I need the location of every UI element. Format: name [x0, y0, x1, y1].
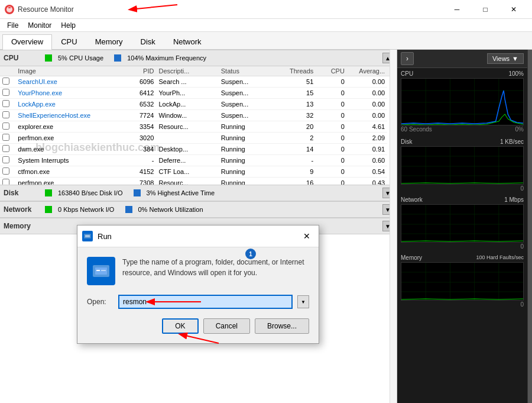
cpu-usage-indicator: 5% CPU Usage 104% Maximum Frequency	[45, 54, 382, 62]
col-header-status[interactable]: Status	[219, 66, 273, 76]
row-checkbox[interactable]	[2, 78, 9, 85]
views-dropdown-arrow: ▼	[512, 55, 518, 62]
row-check	[0, 155, 15, 166]
row-threads: 13	[273, 99, 316, 110]
row-check	[0, 178, 15, 185]
col-header-cpu[interactable]: CPU	[316, 66, 347, 76]
table-row: dwm.exe 384 Desktop... Running 14 0 0.91	[0, 144, 397, 155]
disk-title: Disk	[4, 189, 45, 197]
svg-rect-33	[85, 235, 90, 237]
row-checkbox[interactable]	[2, 134, 9, 141]
row-avg: 0.91	[347, 144, 387, 155]
row-pid: 7724	[118, 110, 157, 121]
left-scrollbar[interactable]	[390, 50, 397, 403]
row-image: perfmon.exe	[15, 178, 117, 185]
disk-graph-canvas	[401, 146, 524, 185]
expand-button[interactable]: ›	[401, 52, 414, 65]
row-pid: 6532	[118, 99, 157, 110]
input-wrapper	[118, 295, 293, 309]
table-row: perfmon.exe 7308 Resourc... Running 16 0…	[0, 178, 397, 185]
tab-overview[interactable]: Overview	[2, 34, 52, 50]
row-desc	[156, 133, 218, 144]
row-checkbox[interactable]	[2, 111, 9, 118]
run-input[interactable]	[118, 295, 293, 309]
col-header-check	[0, 66, 15, 76]
dropdown-arrow[interactable]: ▼	[297, 295, 309, 308]
minimize-button[interactable]: ─	[443, 0, 471, 19]
maximize-button[interactable]: □	[472, 0, 499, 19]
right-scrollbar[interactable]	[527, 50, 532, 403]
tab-memory[interactable]: Memory	[86, 34, 132, 49]
open-label: Open:	[87, 298, 113, 306]
row-image: explorer.exe	[15, 121, 117, 133]
row-threads: 20	[273, 121, 316, 133]
table-row: YourPhone.exe 6412 YourPh... Suspen... 1…	[0, 88, 397, 99]
row-status: Running	[219, 121, 273, 133]
table-row: System Interrupts - Deferre... Running -…	[0, 155, 397, 166]
menu-file[interactable]: File	[2, 20, 23, 31]
row-threads: 9	[273, 166, 316, 178]
row-status: Running	[219, 133, 273, 144]
row-check	[0, 166, 15, 178]
row-checkbox[interactable]	[2, 100, 9, 107]
row-desc: Window...	[156, 110, 218, 121]
row-pid: 384	[118, 144, 157, 155]
col-header-avg[interactable]: Averag...	[347, 66, 387, 76]
tab-cpu[interactable]: CPU	[52, 34, 86, 49]
row-checkbox[interactable]	[2, 145, 9, 152]
row-check	[0, 144, 15, 155]
views-button[interactable]: Views ▼	[487, 53, 524, 64]
window-controls: ─ □ ✕	[443, 0, 527, 19]
ok-button[interactable]: OK	[162, 318, 198, 334]
cpu-section-header[interactable]: CPU 5% CPU Usage 104% Maximum Frequency …	[0, 50, 397, 66]
row-image: perfmon.exe	[15, 133, 117, 144]
network-section-header[interactable]: Network 0 Kbps Network I/O 0% Network Ut…	[0, 201, 397, 218]
cpu-title: CPU	[4, 54, 45, 62]
row-checkbox[interactable]	[2, 179, 9, 185]
row-status: Suspen...	[219, 110, 273, 121]
col-header-threads[interactable]: Threads	[273, 66, 316, 76]
row-status: Suspen...	[219, 88, 273, 99]
row-checkbox[interactable]	[2, 89, 9, 96]
table-row: SearchUI.exe 6096 Search ... Suspen... 5…	[0, 76, 397, 88]
disk-section-header[interactable]: Disk 163840 B/sec Disk I/O 3% Highest Ac…	[0, 185, 397, 201]
browse-button[interactable]: Browse...	[255, 318, 309, 334]
row-cpu: 0	[316, 155, 347, 166]
row-desc: Desktop...	[156, 144, 218, 155]
dialog-main-icon	[87, 257, 115, 285]
row-check	[0, 88, 15, 99]
row-threads: 51	[273, 76, 316, 88]
cancel-button[interactable]: Cancel	[203, 318, 250, 334]
dialog-form: Open: ▼	[87, 295, 309, 309]
tab-disk[interactable]: Disk	[132, 34, 164, 49]
tab-network[interactable]: Network	[164, 34, 210, 49]
cpu-graph-label: CPU	[401, 70, 413, 77]
table-row: perfmon.exe 3020 Running 2 0 2.09	[0, 133, 397, 144]
col-header-pid[interactable]: PID	[118, 66, 157, 76]
close-button[interactable]: ✕	[500, 0, 527, 19]
row-avg: 4.61	[347, 121, 387, 133]
row-threads: 2	[273, 133, 316, 144]
col-header-image[interactable]: Image	[15, 66, 117, 76]
row-checkbox[interactable]	[2, 156, 9, 163]
row-desc: CTF Loa...	[156, 166, 218, 178]
row-check	[0, 99, 15, 110]
dialog-close-button[interactable]: ✕	[300, 229, 314, 243]
row-checkbox[interactable]	[2, 167, 9, 175]
network-graph-canvas	[401, 204, 524, 243]
network-graph-label: Network	[401, 196, 423, 203]
table-row: explorer.exe 3354 Resourc... Running 20 …	[0, 121, 397, 133]
menu-monitor[interactable]: Monitor	[23, 20, 56, 31]
disk-graph-label: Disk	[401, 138, 412, 145]
row-status: Running	[219, 144, 273, 155]
row-avg: 0.00	[347, 76, 387, 88]
dialog-title: Run	[98, 232, 300, 241]
memory-graph-label: Memory	[401, 254, 422, 261]
row-checkbox[interactable]	[2, 122, 9, 130]
menu-help[interactable]: Help	[56, 20, 80, 31]
col-header-desc[interactable]: Descripti...	[156, 66, 218, 76]
network-graph-value: 1 Mbps	[504, 196, 524, 203]
window-title: Resource Monitor	[18, 5, 443, 14]
row-threads: 15	[273, 88, 316, 99]
row-pid: 3354	[118, 121, 157, 133]
